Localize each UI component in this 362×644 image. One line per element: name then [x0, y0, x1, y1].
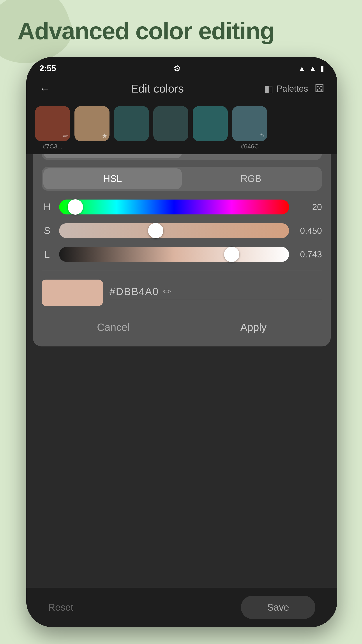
color-model-toggle: HSL RGB — [42, 167, 322, 191]
action-buttons: Cancel Apply — [42, 315, 322, 338]
lightness-label: L — [42, 249, 53, 260]
top-actions: ◧ Palettes ⚄ — [264, 82, 324, 95]
phone-frame: 2:55 ⚙ ▲ ▲ ▮ ← Edit colors ◧ Palettes ⚄ … — [26, 57, 337, 627]
status-time: 2:55 — [39, 64, 56, 73]
hsl-button[interactable]: HSL — [43, 168, 182, 189]
sat-gradient — [59, 223, 289, 238]
palettes-icon: ◧ — [264, 83, 273, 94]
hue-value: 20 — [296, 202, 322, 212]
saturation-value: 0.450 — [296, 226, 322, 236]
swatch-box: ✏ — [35, 106, 70, 141]
dice-button[interactable]: ⚄ — [315, 82, 324, 95]
page-title: Advanced color editing — [17, 18, 346, 44]
swatches-row: ✏ #7C3... ★ ✎ #646C — [26, 102, 337, 154]
screen-title: Edit colors — [131, 82, 184, 95]
hue-slider-track[interactable] — [59, 200, 289, 214]
signal-icon: ▲ — [309, 64, 317, 73]
saturation-thumb[interactable] — [148, 223, 163, 238]
bottom-section: #DBB4A0 ✏ — [42, 280, 322, 306]
swatch-item[interactable]: ✏ #7C3... — [35, 106, 70, 150]
gear-icon: ⚙ — [174, 64, 181, 73]
swatch-item[interactable]: ★ — [74, 106, 110, 150]
light-gradient — [59, 247, 289, 262]
saturation-label: S — [42, 225, 53, 236]
lightness-slider-row: L 0.743 — [42, 247, 322, 262]
apply-button[interactable]: Apply — [223, 317, 284, 338]
swatch-box — [114, 106, 149, 141]
swatch-box — [193, 106, 228, 141]
swatch-box: ✎ — [232, 106, 267, 141]
palettes-button[interactable]: ◧ Palettes — [264, 83, 308, 94]
hex-value[interactable]: #DBB4A0 — [110, 286, 159, 298]
color-edit-dialog: Classic Sliders HSL RGB H 20 S 0.450 — [33, 127, 331, 346]
save-pill[interactable]: Save — [241, 596, 315, 619]
reset-label[interactable]: Reset — [48, 602, 73, 613]
palettes-label: Palettes — [276, 84, 308, 94]
color-preview-swatch — [42, 280, 103, 306]
battery-icon: ▮ — [320, 64, 324, 73]
back-button[interactable]: ← — [39, 82, 50, 95]
rgb-button[interactable]: RGB — [182, 168, 320, 189]
hue-label: H — [42, 202, 53, 212]
saturation-slider-row: S 0.450 — [42, 223, 322, 238]
divider — [42, 270, 322, 271]
swatch-label: #646C — [241, 143, 259, 150]
hue-thumb[interactable] — [68, 199, 83, 215]
lightness-value: 0.743 — [296, 250, 322, 260]
swatch-box — [153, 106, 188, 141]
status-icons: ▲ ▲ ▮ — [298, 64, 324, 73]
cancel-button[interactable]: Cancel — [79, 317, 147, 338]
bottom-nav: Reset Save — [26, 588, 337, 627]
hue-slider-row: H 20 — [42, 200, 322, 214]
swatch-item[interactable] — [153, 106, 188, 150]
hue-gradient — [59, 200, 289, 214]
status-bar: 2:55 ⚙ ▲ ▲ ▮ — [26, 57, 337, 78]
swatch-item[interactable] — [114, 106, 149, 150]
hex-container: #DBB4A0 ✏ — [110, 286, 322, 300]
lightness-thumb[interactable] — [224, 247, 239, 262]
swatch-item[interactable] — [193, 106, 228, 150]
lightness-slider-track[interactable] — [59, 247, 289, 262]
save-label: Save — [267, 602, 289, 613]
swatch-box: ★ — [74, 106, 110, 141]
saturation-slider-track[interactable] — [59, 223, 289, 238]
top-bar: ← Edit colors ◧ Palettes ⚄ — [26, 78, 337, 102]
swatch-label: #7C3... — [43, 143, 62, 150]
swatch-item[interactable]: ✎ #646C — [232, 106, 267, 150]
edit-icon[interactable]: ✏ — [163, 286, 171, 297]
wifi-icon: ▲ — [298, 64, 306, 73]
